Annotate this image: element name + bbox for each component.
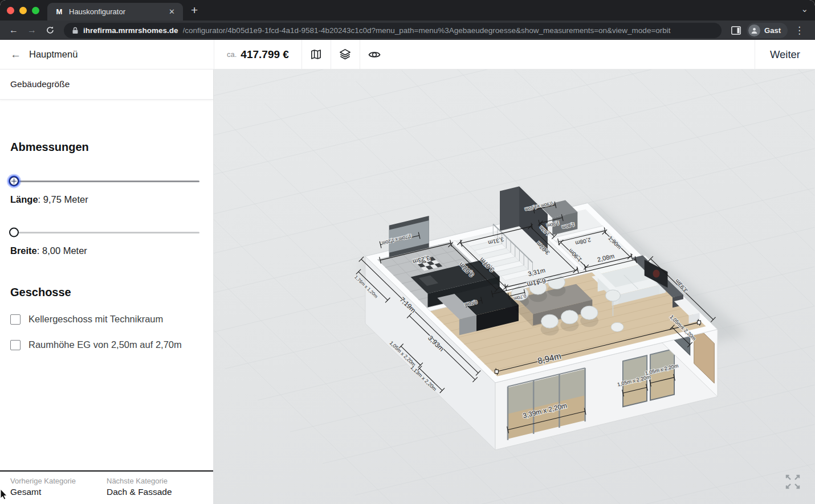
floors-heading: Geschosse [10, 286, 199, 299]
profile-chip[interactable]: Gast [747, 23, 788, 38]
site-favicon: M [54, 7, 64, 17]
visibility-button[interactable] [360, 40, 389, 69]
category-navigation: Vorherige Kategorie Gesamt Nächste Kateg… [0, 470, 213, 504]
previous-category[interactable]: Vorherige Kategorie Gesamt [10, 477, 107, 497]
eye-icon [368, 48, 381, 62]
browser-window: M Hauskonfigurator ✕ + ⌄ ← → ihrefirma.m… [0, 0, 815, 504]
width-label: Breite [10, 245, 37, 256]
room-height-checkbox-label: Raumhöhe EG von 2,50m auf 2,70m [28, 339, 182, 350]
previous-category-label: Vorherige Kategorie [10, 477, 107, 485]
tab-strip: M Hauskonfigurator ✕ + ⌄ [0, 0, 815, 21]
width-slider-track[interactable] [10, 232, 199, 233]
category-title: Gebäudegröße [0, 69, 213, 100]
address-bar[interactable]: ihrefirma.mrmrshomes.de/configurator/4b0… [64, 23, 722, 38]
category-title-text: Gebäudegröße [10, 79, 70, 89]
url-path: /configurator/4b05d1e9-1fcd-4a1d-9581-4b… [183, 26, 671, 35]
side-panel-icon [731, 26, 741, 35]
profile-name: Gast [764, 26, 781, 35]
layers-button[interactable] [331, 40, 360, 69]
width-slider[interactable] [10, 227, 199, 238]
browser-menu-button[interactable]: ⋮ [790, 24, 809, 36]
length-slider-thumb[interactable] [9, 177, 19, 186]
browser-toolbar: ← → ihrefirma.mrmrshomes.de/configurator… [0, 21, 815, 40]
next-button[interactable]: Weiter [755, 40, 815, 69]
previous-category-value: Gesamt [10, 487, 107, 497]
back-button[interactable]: ← [6, 23, 22, 38]
mouse-cursor [0, 489, 8, 503]
reload-button[interactable] [42, 23, 58, 38]
width-slider-label: Breite: 8,00 Meter [10, 245, 199, 256]
3d-viewport[interactable]: 3,23m1,70m x 1,20m1,76m x 1,20m3,07m3,07… [214, 69, 815, 504]
fullscreen-icon [783, 472, 802, 491]
price-prefix: ca. [227, 50, 237, 59]
basement-checkbox-row[interactable]: Kellergeschoss mit Technikraum [10, 314, 199, 325]
layers-icon [339, 48, 352, 61]
width-value: 8,00 Meter [42, 245, 87, 256]
back-arrow-icon: ← [10, 48, 21, 61]
width-slider-thumb[interactable] [9, 228, 19, 237]
zoom-window-button[interactable] [32, 7, 39, 14]
app-header: ← Hauptmenü ca. 417.799 € Weiter [0, 40, 815, 69]
map-icon [309, 48, 323, 61]
configurator-sidebar: Gebäudegröße Abmessungen Länge: 9,75 Met… [0, 69, 214, 504]
next-category-value: Dach & Fassade [107, 487, 203, 497]
tab-close-icon[interactable]: ✕ [166, 6, 177, 17]
room-height-checkbox[interactable] [10, 340, 21, 350]
length-slider-track[interactable] [10, 181, 199, 182]
side-panel-button[interactable] [727, 23, 744, 38]
window-controls[interactable] [0, 0, 47, 21]
width-separator: : [37, 245, 42, 256]
basement-checkbox[interactable] [10, 314, 21, 325]
avatar [748, 24, 760, 36]
length-label: Länge [10, 194, 38, 204]
length-slider[interactable] [10, 175, 199, 187]
next-button-label: Weiter [770, 48, 800, 61]
floorplan-3d-view[interactable]: 3,23m1,70m x 1,20m1,76m x 1,20m3,07m3,07… [214, 69, 814, 504]
person-icon [751, 27, 758, 34]
reload-icon [46, 26, 55, 35]
next-category[interactable]: Nächste Kategorie Dach & Fassade [107, 477, 203, 497]
price-value: 417.799 € [241, 48, 289, 61]
header-spacer [389, 40, 755, 69]
length-separator: : [38, 194, 43, 204]
forward-button[interactable]: → [24, 23, 40, 38]
new-tab-button[interactable]: + [183, 3, 206, 21]
chevron-down-icon[interactable]: ⌄ [801, 4, 808, 14]
main-menu-label: Hauptmenü [29, 49, 78, 60]
room-height-checkbox-row[interactable]: Raumhöhe EG von 2,50m auf 2,70m [10, 339, 199, 350]
url-domain: ihrefirma.mrmrshomes.de [83, 26, 178, 35]
length-slider-label: Länge: 9,75 Meter [10, 194, 199, 205]
lock-icon [72, 27, 79, 34]
price-display: ca. 417.799 € [214, 40, 301, 69]
tab-title: Hauskonfigurator [69, 7, 161, 16]
dimensions-heading: Abmessungen [10, 141, 199, 154]
main-menu-back-button[interactable]: ← Hauptmenü [0, 40, 214, 69]
close-window-button[interactable] [7, 7, 14, 14]
minimize-window-button[interactable] [19, 7, 27, 14]
length-value: 9,75 Meter [43, 194, 88, 204]
floorplan-view-button[interactable] [301, 40, 331, 69]
basement-checkbox-label: Kellergeschoss mit Technikraum [28, 314, 163, 325]
browser-tab[interactable]: M Hauskonfigurator ✕ [47, 3, 183, 21]
next-category-label: Nächste Kategorie [107, 477, 203, 485]
fullscreen-button[interactable] [783, 472, 802, 494]
